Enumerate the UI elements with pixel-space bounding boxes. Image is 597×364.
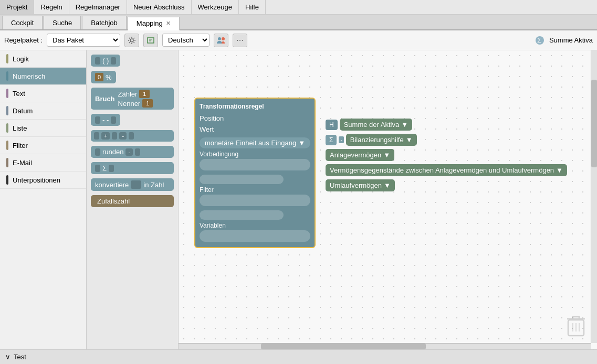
arith-op[interactable]: + — [101, 132, 110, 140]
palette-sigma[interactable]: Σ — [91, 162, 174, 174]
export-icon-btn[interactable] — [143, 34, 158, 47]
filter-section: Filter — [200, 186, 310, 194]
zaehler-input[interactable]: 1 — [139, 90, 150, 98]
konv-label-1: konvertiere — [95, 181, 129, 189]
variablen-section: Variablen — [200, 222, 310, 229]
scrollbar-v-thumb[interactable] — [591, 80, 597, 167]
trash-icon-area[interactable] — [565, 314, 586, 339]
palette-negate[interactable]: - - — [91, 114, 174, 126]
sidebar-item-liste[interactable]: Liste — [0, 120, 86, 137]
palette-arithmetic[interactable]: + - — [91, 130, 174, 142]
anlage-dropdown[interactable]: Anlagevermögen ▼ — [326, 149, 394, 161]
palette-random[interactable]: Zufallszahl — [91, 195, 174, 207]
sidebar-item-unterpositionen[interactable]: Unterpositionen — [0, 172, 86, 189]
settings-icon-btn[interactable] — [124, 34, 139, 47]
filter-color-bar — [6, 141, 8, 150]
more-icon-btn[interactable]: ⋯ — [233, 34, 247, 47]
konv-input[interactable] — [131, 180, 141, 189]
percent-block[interactable]: 0 % — [91, 71, 116, 83]
round-op[interactable]: - — [125, 148, 133, 156]
menu-regelmanager[interactable]: Regelmanager — [69, 0, 127, 14]
sidebar-item-datum[interactable]: Datum — [0, 102, 86, 120]
regelpaket-label: Regelpaket : — [4, 36, 43, 44]
menu-hilfe[interactable]: Hilfe — [239, 0, 266, 14]
tab-cockpit[interactable]: Cockpit — [2, 16, 43, 29]
package-select[interactable]: Das Paket — [47, 34, 120, 47]
vorbedingung-section: Vorbedingung — [200, 151, 310, 158]
more-icon: ⋯ — [236, 36, 244, 45]
palette: ( ) 0 % fraction Bruch Zähler 1 — [87, 50, 179, 349]
arith-block[interactable]: + - — [91, 130, 174, 142]
nenner-label: Nenner — [118, 100, 141, 108]
summe-aktiva-label: Summe der Aktiva — [344, 121, 400, 129]
scrollbar-h-thumb[interactable] — [261, 344, 426, 349]
umlauf-dropdown[interactable]: Umlaufvermögen ▼ — [326, 179, 395, 191]
sidebar-item-text[interactable]: Text — [0, 85, 86, 102]
vorbedingung-input2[interactable] — [200, 175, 284, 184]
fraction-inputs: Zähler 1 Nenner 1 — [118, 90, 153, 108]
menu-werkzeuge[interactable]: Werkzeuge — [192, 0, 239, 14]
menu-bar: Projekt Regeln Regelmanager Neuer Abschl… — [0, 0, 597, 15]
palette-percent[interactable]: 0 % — [91, 71, 174, 83]
random-block[interactable]: Zufallszahl — [91, 195, 174, 207]
summe-aktiva-dropdown[interactable]: Summe der Aktiva ▼ — [340, 119, 412, 131]
svg-text:Σ: Σ — [537, 36, 541, 44]
palette-round[interactable]: runden - — [91, 146, 174, 158]
bilanz-label: Bilanzierungshilfe — [350, 136, 404, 144]
bilanz-chevron: ▼ — [406, 136, 413, 144]
tab-mapping-close[interactable]: ✕ — [166, 20, 171, 27]
arith-op2[interactable]: - — [119, 132, 127, 140]
nenner-input[interactable]: 1 — [142, 99, 153, 108]
sigma-notch-r — [109, 165, 114, 172]
menu-regeln[interactable]: Regeln — [34, 0, 69, 14]
zaehler-label: Zähler — [118, 90, 138, 98]
negate-notch-l — [95, 116, 100, 124]
filter-input[interactable] — [200, 195, 310, 206]
palette-convert[interactable]: konvertiere in Zahl — [91, 178, 174, 191]
filter-input2[interactable] — [200, 210, 284, 220]
position-label: Position — [200, 114, 228, 122]
percent-symbol: % — [106, 73, 112, 81]
tab-suche[interactable]: Suche — [44, 16, 81, 29]
menu-projekt[interactable]: Projekt — [0, 0, 34, 14]
vorbedingung-input[interactable] — [200, 159, 310, 170]
sidebar: Logik Numerisch Text Datum Liste Filter … — [0, 50, 87, 349]
palette-fraction[interactable]: fraction Bruch Zähler 1 Nenner 1 — [91, 88, 174, 110]
verm-chevron: ▼ — [556, 166, 563, 174]
pos-row-umlauf: Umlaufvermögen ▼ — [326, 179, 567, 191]
variablen-input[interactable] — [200, 230, 310, 242]
tab-mapping[interactable]: Mapping ✕ — [128, 17, 180, 30]
numerisch-color-bar — [6, 71, 8, 81]
sigma-block[interactable]: Σ — [91, 162, 174, 174]
tab-batchjob[interactable]: Batchjob — [82, 16, 127, 29]
toolbar: Regelpaket : Das Paket Deutsch ⋯ Σ S — [0, 30, 597, 50]
konv-block[interactable]: konvertiere in Zahl — [91, 178, 174, 191]
palette-bracket[interactable]: ( ) — [91, 55, 174, 67]
sidebar-label-logik: Logik — [13, 55, 29, 63]
logik-color-bar — [6, 54, 8, 63]
pos-row-h: H Summe der Aktiva ▼ — [326, 119, 567, 131]
sidebar-item-numerisch[interactable]: Numerisch — [0, 68, 86, 85]
scrollbar-horizontal[interactable] — [179, 343, 591, 349]
bilanz-dropdown[interactable]: Bilanzierungshilfe ▼ — [346, 134, 417, 146]
transform-block[interactable]: Transformationsregel Position Wert monet… — [194, 98, 316, 248]
summe-icon: Σ — [535, 35, 545, 46]
sidebar-label-text: Text — [13, 90, 25, 98]
sidebar-label-unterpositionen: Unterpositionen — [13, 176, 60, 184]
sidebar-item-email[interactable]: E-Mail — [0, 154, 86, 172]
anlage-chevron: ▼ — [383, 151, 390, 159]
language-select[interactable]: Deutsch — [162, 34, 210, 47]
scrollbar-vertical[interactable] — [591, 50, 597, 343]
sidebar-item-filter[interactable]: Filter — [0, 137, 86, 154]
tab-bar: Cockpit Suche Batchjob Mapping ✕ — [0, 15, 597, 30]
flag-icon-btn[interactable] — [214, 34, 228, 47]
canvas: Transformationsregel Position Wert monet… — [179, 50, 597, 349]
bracket-block[interactable]: ( ) — [91, 55, 120, 67]
verm-dropdown[interactable]: Vermögensgegenstände zwischen Anlageverm… — [326, 164, 567, 176]
menu-neuer-abschluss[interactable]: Neuer Abschluss — [127, 0, 192, 14]
email-color-bar — [6, 158, 8, 167]
sidebar-item-logik[interactable]: Logik — [0, 50, 86, 68]
round-block[interactable]: runden - — [91, 146, 174, 158]
monetaer-block[interactable]: monetäre Einheit aus Eingang ▼ — [200, 137, 310, 148]
negate-block[interactable]: - - — [91, 114, 120, 126]
